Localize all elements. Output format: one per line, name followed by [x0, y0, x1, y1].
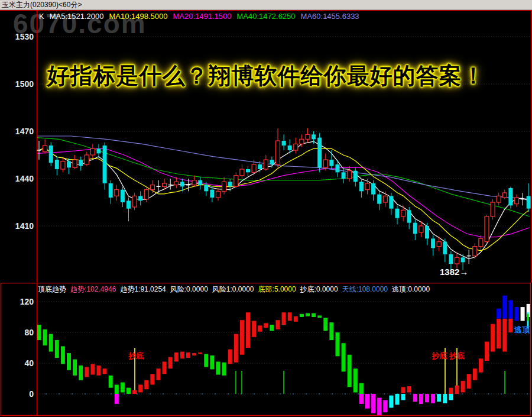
- indicator-y-axis-label: 120: [20, 297, 34, 306]
- main-y-axis-label: 1530: [15, 32, 34, 41]
- sell-top-label: 逃顶: [514, 325, 530, 334]
- ma-line-ma40: [37, 138, 530, 216]
- ind-value-8: 逃顶:0.0000: [392, 285, 430, 293]
- buy-bottom-label: 抄底: [128, 351, 144, 360]
- ind-value-5: 底部:5.0000: [258, 285, 296, 293]
- indicator-header: 顶底趋势趋势:102.4946趋势1:91.0254风险:0.0000风险1:0…: [38, 285, 434, 295]
- ma-value-1: MA5:1521.2000: [50, 12, 104, 21]
- main-y-axis-label: 1440: [15, 174, 34, 183]
- low-price-label: 1382→: [440, 267, 468, 277]
- ma-value-0: K: [39, 12, 44, 21]
- main-chart-header: KMA5:1521.2000MA10:1498.5000MA20:1491.15…: [39, 12, 365, 21]
- title-bar: 玉米主力(020390)<60分>: [0, 0, 532, 10]
- indicator-y-axis-label: 0: [29, 389, 34, 399]
- ma-line-ma5: [39, 141, 528, 258]
- window-title: 玉米主力(020390)<60分>: [2, 1, 82, 9]
- ma-value-5: MA60:1455.6333: [301, 12, 359, 21]
- ind-value-1: 趋势:102.4946: [70, 285, 116, 293]
- ma-line-ma10: [39, 148, 528, 251]
- indicator-panel[interactable]: 12080400抄底抄底 抄底逃顶: [0, 283, 532, 417]
- main-y-axis-label: 1470: [15, 127, 34, 136]
- main-y-axis-label: 1410: [15, 221, 34, 231]
- ma-value-4: MA40:1472.6250: [237, 12, 296, 21]
- ma-value-3: MA20:1491.1500: [173, 12, 232, 21]
- promo-banner: 好指标是什么？翔博软件给你最好的答案！: [0, 61, 532, 91]
- ind-value-6: 抄底:0.0000: [300, 285, 338, 293]
- ind-value-4: 风险1:0.0000: [212, 285, 254, 293]
- ind-value-2: 趋势1:91.0254: [120, 285, 166, 293]
- ind-value-3: 风险:0.0000: [170, 285, 208, 293]
- main-chart[interactable]: 153015001470144014101382→: [0, 10, 532, 283]
- ind-value-0: 顶底趋势: [38, 285, 66, 293]
- buy-bottom-label: 抄底 抄底: [431, 351, 465, 360]
- indicator-y-axis-label: 80: [24, 328, 34, 337]
- ind-value-7: 天线:108.0000: [342, 285, 388, 293]
- indicator-y-axis-label: 40: [24, 358, 34, 368]
- ma-value-2: MA10:1498.5000: [109, 12, 167, 21]
- app-window: 玉米主力(020390)<60分> 6070.com 好指标是什么？翔博软件给你…: [0, 0, 532, 417]
